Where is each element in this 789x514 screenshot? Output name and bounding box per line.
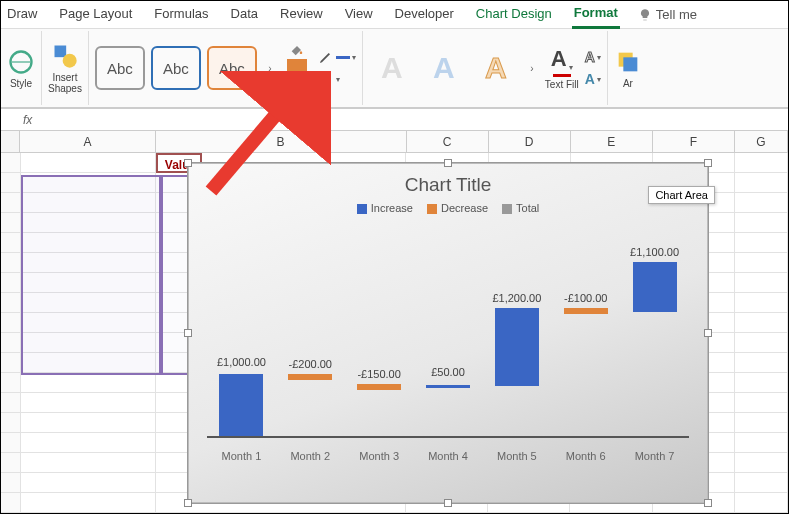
bar-month-3[interactable]: -£150.00 bbox=[345, 230, 414, 436]
resize-handle[interactable] bbox=[184, 329, 192, 337]
resize-handle[interactable] bbox=[704, 159, 712, 167]
tell-me-label: Tell me bbox=[656, 7, 697, 22]
shapes-icon bbox=[51, 42, 79, 70]
group-arrange: Ar bbox=[608, 31, 648, 105]
col-header-d[interactable]: D bbox=[489, 131, 571, 152]
tab-formulas[interactable]: Formulas bbox=[152, 2, 210, 27]
ribbon-tabs: Draw Page Layout Formulas Data Review Vi… bbox=[1, 1, 788, 29]
tab-developer[interactable]: Developer bbox=[393, 2, 456, 27]
text-effects-button[interactable]: A▾ bbox=[585, 71, 601, 87]
resize-handle[interactable] bbox=[704, 329, 712, 337]
chart-object[interactable]: Chart Area Chart Title Increase Decrease… bbox=[188, 163, 708, 503]
shape-style-2[interactable]: Abc bbox=[151, 46, 201, 90]
shape-fill-label: Shape Fill bbox=[283, 72, 312, 94]
insert-shapes-label: Insert Shapes bbox=[48, 72, 82, 94]
tab-review[interactable]: Review bbox=[278, 2, 325, 27]
chart-tooltip: Chart Area bbox=[648, 186, 715, 204]
bar-month-4[interactable]: £50.00 bbox=[414, 230, 483, 436]
bars-container: £1,000.00 -£200.00 -£150.00 £50.00 bbox=[207, 230, 689, 436]
select-all-corner[interactable] bbox=[1, 131, 20, 152]
style-label: Style bbox=[10, 78, 32, 89]
col-header-a[interactable]: A bbox=[20, 131, 155, 152]
ribbon-body: Style Insert Shapes Abc Abc Abc › Shape … bbox=[1, 29, 788, 109]
shape-outline-button[interactable]: ▾ bbox=[318, 49, 356, 65]
svg-point-3 bbox=[321, 74, 330, 83]
style-button[interactable]: Style bbox=[7, 48, 35, 89]
resize-handle[interactable] bbox=[184, 159, 192, 167]
arrange-button[interactable]: Ar bbox=[614, 48, 642, 89]
resize-handle[interactable] bbox=[704, 499, 712, 507]
legend-item-decrease: Decrease bbox=[427, 202, 488, 214]
text-fill-icon: A bbox=[551, 46, 567, 72]
shape-fill-swatch bbox=[287, 59, 307, 71]
group-insert-shapes: Insert Shapes bbox=[42, 31, 89, 105]
text-fill-button[interactable]: A▾ Text Fill bbox=[545, 46, 579, 90]
effects-icon bbox=[318, 71, 334, 87]
category-labels: Month 1 Month 2 Month 3 Month 4 Month 5 … bbox=[207, 450, 689, 462]
shape-style-3[interactable]: Abc bbox=[207, 46, 257, 90]
wordart-style-1[interactable]: A bbox=[369, 46, 415, 90]
bar-month-1[interactable]: £1,000.00 bbox=[207, 230, 276, 436]
bucket-icon bbox=[289, 42, 305, 58]
col-header-f[interactable]: F bbox=[653, 131, 735, 152]
shape-effects-button[interactable]: ▾ bbox=[318, 71, 356, 87]
grid-body[interactable]: Value Chart Area Chart bbox=[1, 153, 788, 513]
column-headers: A B C D E F G bbox=[1, 131, 788, 153]
wordart-style-2[interactable]: A bbox=[421, 46, 467, 90]
chart-legend[interactable]: Increase Decrease Total bbox=[189, 202, 707, 214]
tab-page-layout[interactable]: Page Layout bbox=[57, 2, 134, 27]
shape-fill-button[interactable]: Shape Fill bbox=[283, 42, 312, 94]
tab-view[interactable]: View bbox=[343, 2, 375, 27]
svg-point-2 bbox=[63, 54, 77, 68]
svg-rect-5 bbox=[623, 57, 637, 71]
tab-chart-design[interactable]: Chart Design bbox=[474, 2, 554, 27]
tell-me[interactable]: Tell me bbox=[638, 7, 697, 22]
col-header-g[interactable]: G bbox=[735, 131, 788, 152]
chart-title[interactable]: Chart Title bbox=[189, 164, 707, 202]
shape-styles-more[interactable]: › bbox=[263, 46, 277, 90]
lightbulb-icon bbox=[638, 8, 652, 22]
insert-shapes-button[interactable]: Insert Shapes bbox=[48, 42, 82, 94]
group-style: Style bbox=[1, 31, 42, 105]
tab-data[interactable]: Data bbox=[229, 2, 260, 27]
plot-area[interactable]: £1,000.00 -£200.00 -£150.00 £50.00 bbox=[207, 222, 689, 462]
wordart-style-3[interactable]: A bbox=[473, 46, 519, 90]
resize-handle[interactable] bbox=[444, 499, 452, 507]
text-outline-button[interactable]: A▾ bbox=[585, 49, 601, 65]
bar-month-5[interactable]: £1,200.00 bbox=[482, 230, 551, 436]
tab-draw[interactable]: Draw bbox=[5, 2, 39, 27]
col-header-c[interactable]: C bbox=[407, 131, 489, 152]
col-header-e[interactable]: E bbox=[571, 131, 653, 152]
bar-month-6[interactable]: -£100.00 bbox=[551, 230, 620, 436]
resize-handle[interactable] bbox=[444, 159, 452, 167]
worksheet[interactable]: A B C D E F G Value bbox=[1, 131, 788, 513]
tab-format[interactable]: Format bbox=[572, 1, 620, 29]
style-icon bbox=[7, 48, 35, 76]
text-fill-label: Text Fill bbox=[545, 79, 579, 90]
formula-bar[interactable]: fx bbox=[1, 109, 788, 131]
x-axis bbox=[207, 436, 689, 438]
bar-month-7[interactable]: £1,100.00 bbox=[620, 230, 689, 436]
text-fill-swatch bbox=[553, 74, 571, 77]
legend-item-total: Total bbox=[502, 202, 539, 214]
group-shape-styles: Abc Abc Abc › Shape Fill ▾ ▾ bbox=[89, 31, 363, 105]
group-wordart-styles: A A A › A▾ Text Fill A▾ A▾ bbox=[363, 31, 608, 105]
svg-rect-1 bbox=[54, 46, 66, 58]
arrange-label: Ar bbox=[623, 78, 633, 89]
resize-handle[interactable] bbox=[184, 499, 192, 507]
shape-style-1[interactable]: Abc bbox=[95, 46, 145, 90]
legend-item-increase: Increase bbox=[357, 202, 413, 214]
col-header-b[interactable]: B bbox=[156, 131, 407, 152]
arrange-icon bbox=[614, 48, 642, 76]
fx-label: fx bbox=[1, 113, 40, 127]
wordart-styles-more[interactable]: › bbox=[525, 46, 539, 90]
pen-icon bbox=[318, 49, 334, 65]
bar-month-2[interactable]: -£200.00 bbox=[276, 230, 345, 436]
